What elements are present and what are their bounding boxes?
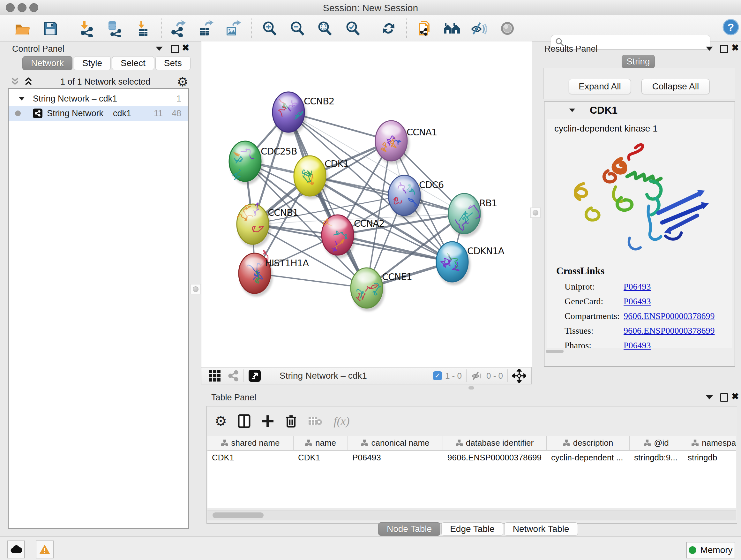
- column-header-id[interactable]: @id: [630, 436, 683, 450]
- node-CDC25B[interactable]: CDC25B: [229, 141, 297, 185]
- zoom-selected-button[interactable]: [344, 20, 361, 37]
- table-tab-edge-table[interactable]: Edge Table: [441, 522, 503, 536]
- export-image-button[interactable]: [224, 20, 241, 37]
- table-row[interactable]: CDK1CDK1P064939606.ENSP00000378699cyclin…: [207, 450, 736, 464]
- network-edge-count: 48: [172, 109, 181, 118]
- table-cell[interactable]: stringdb:9...: [630, 450, 683, 464]
- control-tab-select[interactable]: Select: [112, 56, 154, 70]
- hide-graphics-button[interactable]: [470, 20, 487, 37]
- column-header-canonicalname[interactable]: canonical name: [348, 436, 443, 450]
- hidden-eye-slash-icon[interactable]: [471, 371, 483, 381]
- node-CDKN1A[interactable]: CDKN1A: [436, 242, 504, 285]
- share-document-button[interactable]: [416, 20, 433, 37]
- export-table-button[interactable]: [197, 20, 214, 37]
- selected-checkbox[interactable]: ✓: [433, 371, 442, 380]
- results-panel-close-icon[interactable]: ✖: [731, 45, 739, 51]
- crosslink-link[interactable]: 9606.ENSP00000378699: [623, 326, 715, 336]
- column-header-description[interactable]: description: [547, 436, 630, 450]
- hidden-count: 0 - 0: [486, 371, 503, 381]
- delete-column-icon[interactable]: [285, 414, 297, 428]
- pan-crosshair-icon[interactable]: [512, 369, 526, 383]
- results-panel-menu-caret[interactable]: [706, 47, 713, 51]
- import-table-button[interactable]: [134, 20, 151, 37]
- function-builder-icon[interactable]: f(x): [333, 415, 349, 428]
- open-session-button[interactable]: [14, 20, 31, 37]
- gene-expand-caret[interactable]: [569, 108, 576, 112]
- columns-icon[interactable]: [238, 414, 251, 428]
- table-cell[interactable]: CDK1: [293, 450, 348, 464]
- results-scrollbar-thumb[interactable]: [546, 350, 563, 353]
- table-cell[interactable]: P06493: [348, 450, 443, 464]
- left-splitter-handle[interactable]: [191, 284, 201, 294]
- control-tab-network[interactable]: Network: [22, 56, 72, 70]
- add-column-icon[interactable]: [261, 415, 274, 428]
- table-options-gear-icon[interactable]: ⚙: [214, 414, 227, 428]
- cloud-icon: [10, 545, 22, 554]
- node-CDK1[interactable]: CDK1: [294, 156, 349, 199]
- node-CCNE1[interactable]: CCNE1: [351, 268, 412, 311]
- control-panel-menu-caret[interactable]: [156, 47, 163, 51]
- table-panel-float-icon[interactable]: [720, 393, 728, 401]
- cloud-button[interactable]: [7, 541, 25, 558]
- crosslink-link[interactable]: P06493: [623, 340, 651, 351]
- collapse-all-button[interactable]: Collapse All: [642, 79, 710, 94]
- table-tab-node-table[interactable]: Node Table: [378, 522, 441, 536]
- table-cell[interactable]: 9606.ENSP00000378699: [443, 450, 547, 464]
- column-header-databaseidentifier[interactable]: database identifier: [443, 436, 547, 450]
- grid-view-icon[interactable]: [208, 369, 221, 382]
- help-button[interactable]: ?: [722, 18, 739, 36]
- toolbar-separator: [252, 18, 252, 38]
- control-tab-sets[interactable]: Sets: [155, 56, 191, 70]
- node-CCNB1[interactable]: CCNB1: [237, 203, 298, 247]
- network-options-gear-icon[interactable]: ⚙: [177, 75, 188, 89]
- warnings-button[interactable]: [36, 541, 54, 558]
- table-scrollbar-thumb[interactable]: [212, 512, 264, 518]
- table-scrollbar-track[interactable]: [207, 510, 736, 520]
- string-home-button[interactable]: [443, 20, 461, 37]
- control-tab-style[interactable]: Style: [74, 56, 111, 70]
- tree-expand-caret[interactable]: [19, 97, 24, 100]
- node-RB1[interactable]: RB1: [448, 193, 497, 237]
- table-panel-menu-caret[interactable]: [706, 395, 713, 399]
- zoom-in-button[interactable]: [261, 20, 278, 37]
- table-cell[interactable]: CDK1: [207, 450, 293, 464]
- results-panel-float-icon[interactable]: [720, 45, 728, 53]
- birdseye-view-icon[interactable]: [248, 369, 261, 382]
- control-panel-float-icon[interactable]: [171, 45, 179, 53]
- node-CCNB2[interactable]: CCNB2: [273, 92, 334, 135]
- table-cell[interactable]: stringdb: [683, 450, 736, 464]
- table-cell[interactable]: cyclin-dependent ...: [547, 450, 630, 464]
- crosslink-link[interactable]: P06493: [623, 282, 651, 292]
- network-graph[interactable]: CCNB2CCNA1CDC25BCDK1CDC6RB1CCNB1CCNA2CDK…: [201, 42, 532, 367]
- save-session-button[interactable]: [42, 20, 59, 37]
- presentation-sphere-button[interactable]: [499, 20, 516, 37]
- network-canvas[interactable]: CCNB2CCNA1CDC25BCDK1CDC6RB1CCNB1CCNA2CDK…: [201, 42, 532, 367]
- network-tree-child-row[interactable]: String Network – cdk1 11 48: [9, 106, 188, 121]
- crosslink-link[interactable]: 9606.ENSP00000378699: [623, 311, 715, 321]
- zoom-fit-icon: [317, 20, 333, 37]
- import-network-database-button[interactable]: [106, 20, 123, 37]
- zoom-fit-button[interactable]: [316, 20, 333, 37]
- expand-all-icon[interactable]: [23, 77, 34, 86]
- node-HIST1H1A[interactable]: HIST1H1A: [239, 250, 309, 297]
- table-panel-close-icon[interactable]: ✖: [731, 393, 739, 400]
- gene-header-row[interactable]: CDK1: [544, 102, 735, 118]
- expand-all-button[interactable]: Expand All: [569, 79, 631, 94]
- results-tab-string[interactable]: String: [622, 55, 655, 68]
- import-network-file-button[interactable]: [78, 20, 95, 37]
- crosslink-link[interactable]: P06493: [623, 296, 651, 307]
- table-tab-network-table[interactable]: Network Table: [504, 522, 578, 536]
- column-header-namespace[interactable]: namespace: [683, 436, 736, 450]
- memory-button[interactable]: Memory: [686, 542, 735, 558]
- network-share-icon[interactable]: [227, 370, 239, 381]
- refresh-view-button[interactable]: [380, 20, 397, 37]
- column-header-name[interactable]: name: [293, 436, 348, 450]
- collapse-all-icon[interactable]: [10, 77, 20, 86]
- control-panel-close-icon[interactable]: ✖: [182, 45, 189, 51]
- column-header-sharedname[interactable]: shared name: [207, 436, 293, 450]
- export-network-button[interactable]: [170, 20, 187, 37]
- delete-table-icon[interactable]: [308, 416, 323, 427]
- network-tree-root-row[interactable]: String Network – cdk1 1: [9, 91, 188, 106]
- zoom-out-button[interactable]: [289, 20, 306, 37]
- node-CCNA1[interactable]: CCNA1: [375, 121, 437, 164]
